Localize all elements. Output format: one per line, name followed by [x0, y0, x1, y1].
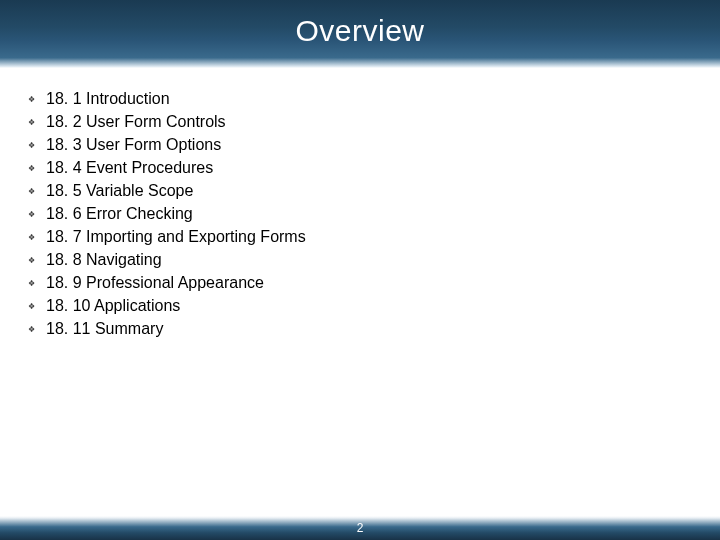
content-area: ❖ 18. 1 Introduction ❖ 18. 2 User Form C… [28, 88, 690, 341]
list-item: ❖ 18. 1 Introduction [28, 88, 690, 111]
diamond-bullet-icon: ❖ [28, 157, 46, 180]
slide: Overview ❖ 18. 1 Introduction ❖ 18. 2 Us… [0, 0, 720, 540]
overview-list: ❖ 18. 1 Introduction ❖ 18. 2 User Form C… [28, 88, 690, 341]
footer-bar: 2 [0, 516, 720, 540]
list-item-text: 18. 6 Error Checking [46, 203, 690, 225]
list-item-text: 18. 4 Event Procedures [46, 157, 690, 179]
list-item-text: 18. 8 Navigating [46, 249, 690, 271]
list-item: ❖ 18. 3 User Form Options [28, 134, 690, 157]
list-item: ❖ 18. 2 User Form Controls [28, 111, 690, 134]
header-bar: Overview [0, 0, 720, 68]
diamond-bullet-icon: ❖ [28, 318, 46, 341]
diamond-bullet-icon: ❖ [28, 226, 46, 249]
diamond-bullet-icon: ❖ [28, 111, 46, 134]
diamond-bullet-icon: ❖ [28, 88, 46, 111]
list-item-text: 18. 3 User Form Options [46, 134, 690, 156]
list-item: ❖ 18. 5 Variable Scope [28, 180, 690, 203]
list-item: ❖ 18. 7 Importing and Exporting Forms [28, 226, 690, 249]
list-item-text: 18. 10 Applications [46, 295, 690, 317]
diamond-bullet-icon: ❖ [28, 203, 46, 226]
list-item: ❖ 18. 11 Summary [28, 318, 690, 341]
diamond-bullet-icon: ❖ [28, 249, 46, 272]
list-item: ❖ 18. 9 Professional Appearance [28, 272, 690, 295]
list-item-text: 18. 2 User Form Controls [46, 111, 690, 133]
list-item: ❖ 18. 10 Applications [28, 295, 690, 318]
list-item: ❖ 18. 4 Event Procedures [28, 157, 690, 180]
diamond-bullet-icon: ❖ [28, 295, 46, 318]
list-item-text: 18. 9 Professional Appearance [46, 272, 690, 294]
diamond-bullet-icon: ❖ [28, 272, 46, 295]
list-item: ❖ 18. 6 Error Checking [28, 203, 690, 226]
slide-title: Overview [295, 14, 424, 48]
diamond-bullet-icon: ❖ [28, 180, 46, 203]
list-item-text: 18. 11 Summary [46, 318, 690, 340]
page-number: 2 [357, 521, 364, 535]
list-item: ❖ 18. 8 Navigating [28, 249, 690, 272]
list-item-text: 18. 1 Introduction [46, 88, 690, 110]
list-item-text: 18. 7 Importing and Exporting Forms [46, 226, 690, 248]
diamond-bullet-icon: ❖ [28, 134, 46, 157]
list-item-text: 18. 5 Variable Scope [46, 180, 690, 202]
